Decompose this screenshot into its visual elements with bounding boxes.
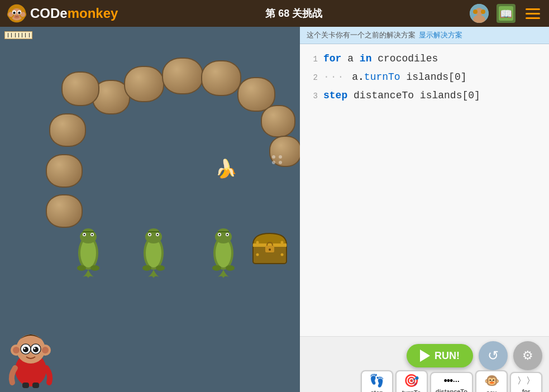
svg-point-14 [473,9,478,14]
main: 🍌 [0,27,549,392]
run-controls: RUN! ↺ ⚙ [307,341,542,370]
svg-point-72 [34,348,36,350]
map-icon[interactable]: 📖 [497,4,515,23]
code-content-2: ··· a.turnTo islands[0] [323,68,545,86]
code-editor[interactable]: 1 for a in crocodiles 2 ··· a.turnTo isl… [300,44,549,336]
dot-cluster [272,155,283,164]
stone [162,58,203,94]
banner-text: 这个关卡你有一个之前的解决方案 [307,30,416,40]
banana-icon: 🍌 [215,158,237,179]
code-line-1: 1 for a in crocodiles [300,50,549,68]
svg-rect-74 [22,383,29,388]
svg-point-71 [24,348,26,350]
logo-area: CODemonkey [7,3,118,23]
logo-monkey-icon [7,3,27,23]
code-content-1: for a in crocodiles [323,50,545,68]
cmd-distanceto-button[interactable]: •••··· distanceTo [430,372,473,393]
cmd-step-button[interactable]: 👣 step [361,370,393,392]
svg-point-36 [149,234,151,236]
svg-point-15 [481,9,485,14]
command-palette: 👣 step 🎯 turnTo •••··· distanceTo 🐵 say [307,370,542,392]
treasure-chest [250,227,290,274]
cmd-for-button[interactable]: 〉〉 for [510,372,542,393]
crocodile-2 [131,222,176,280]
svg-point-59 [256,254,259,256]
code-line-2: 2 ··· a.turnTo islands[0] [300,68,549,87]
crocodile-3 [201,222,246,280]
svg-point-25 [84,234,85,236]
header: CODemonkey 第 68 关挑战 📖 [0,0,549,27]
say-icon: 🐵 [484,374,499,388]
svg-point-8 [13,12,16,15]
svg-point-66 [42,347,49,353]
reset-icon: ↺ [488,348,499,364]
svg-point-69 [23,347,28,352]
for-label: for [522,388,531,393]
play-icon [420,350,430,362]
header-right: 📖 [470,4,542,23]
logo-code: CODe [30,6,68,21]
crocodile-1 [66,222,111,280]
svg-point-27 [92,234,93,236]
line-num-2: 2 [304,69,318,87]
svg-rect-75 [32,383,39,388]
show-solution-link[interactable]: 显示解决方案 [419,30,462,40]
svg-point-49 [227,234,228,236]
page-title: 第 68 关挑战 [265,7,322,20]
step-label: step [370,389,383,392]
turnto-icon: 🎯 [404,374,419,388]
avatar-icon[interactable] [470,4,489,23]
svg-point-38 [157,234,159,236]
code-line-3: 3 step distanceTo islands[0] [300,87,549,105]
monkey-character [6,322,56,389]
cmd-say-button[interactable]: 🐵 say [475,370,508,392]
svg-point-47 [219,234,221,236]
settings-icon: ⚙ [522,348,533,363]
stone [261,105,295,137]
cmd-turnto-button[interactable]: 🎯 turnTo [395,370,428,392]
svg-text:📖: 📖 [500,8,513,20]
stone [49,113,86,147]
svg-point-29 [90,265,99,271]
svg-point-58 [281,241,284,244]
game-area: 🍌 [0,27,300,392]
code-area: 这个关卡你有一个之前的解决方案 显示解决方案 1 for a in crocod… [300,27,549,392]
svg-point-57 [256,241,259,244]
code-bottom: RUN! ↺ ⚙ 👣 step 🎯 turnTo [300,336,549,392]
for-icon: 〉〉 [517,375,535,387]
run-label: RUN! [435,350,460,362]
svg-point-39 [142,265,151,271]
svg-point-70 [33,347,39,352]
prev-solution-banner: 这个关卡你有一个之前的解决方案 显示解决方案 [300,27,549,44]
stone [201,60,241,96]
line-num-3: 3 [304,87,318,105]
svg-point-50 [212,265,221,271]
logo-text-area: CODemonkey [30,6,118,21]
step-icon: 👣 [369,374,384,388]
run-button[interactable]: RUN! [407,344,473,367]
svg-point-51 [226,265,235,271]
say-label: say [486,389,497,392]
distanceto-icon: •••··· [443,375,459,387]
svg-point-60 [281,254,284,256]
svg-point-40 [156,265,165,271]
turnto-label: turnTo [402,389,421,392]
svg-point-10 [15,16,20,18]
line-num-1: 1 [304,50,318,68]
menu-icon[interactable] [523,6,542,21]
logo-monkey-text: monkey [68,6,118,21]
stone [124,66,164,102]
ruler [4,31,32,39]
svg-point-56 [269,248,271,251]
settings-button[interactable]: ⚙ [513,341,542,370]
distanceto-label: distanceTo [436,388,467,393]
stone [46,154,83,188]
svg-point-9 [18,12,21,15]
svg-point-65 [13,347,20,353]
stone [61,71,99,106]
code-content-3: step distanceTo islands[0] [323,87,545,104]
svg-point-28 [77,265,86,271]
reset-button[interactable]: ↺ [479,341,508,370]
